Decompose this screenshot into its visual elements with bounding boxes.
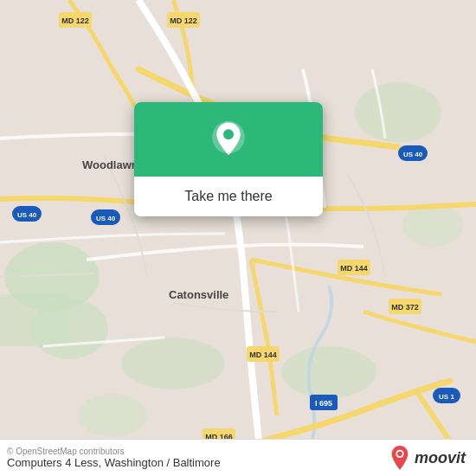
popup-green-header — [134, 102, 323, 177]
svg-text:US 40: US 40 — [403, 151, 423, 158]
svg-text:MD 122: MD 122 — [170, 16, 197, 25]
location-text: Computers 4 Less, Washington / Baltimore — [7, 456, 221, 469]
svg-text:MD 144: MD 144 — [340, 264, 368, 273]
svg-text:US 40: US 40 — [17, 211, 37, 219]
svg-point-5 — [355, 82, 441, 143]
svg-point-7 — [281, 346, 376, 398]
attribution-text: © OpenStreetMap contributors — [7, 447, 221, 456]
svg-text:I 695: I 695 — [315, 399, 332, 408]
svg-text:MD 144: MD 144 — [249, 351, 277, 359]
take-me-there-button[interactable]: Take me there — [134, 177, 323, 216]
popup-card: Take me there — [134, 102, 323, 216]
map-svg: MD 122 MD 122 I 70 US 40 US 40 US 40 MD … — [0, 0, 476, 476]
svg-point-4 — [121, 338, 225, 389]
svg-point-8 — [78, 394, 147, 437]
location-pin-icon — [208, 119, 249, 161]
moovit-logo: moovit — [389, 445, 466, 471]
svg-text:Catonsville: Catonsville — [169, 288, 228, 301]
svg-text:Woodlawn: Woodlawn — [82, 158, 138, 171]
moovit-brand-name: moovit — [415, 449, 466, 467]
svg-text:US 40: US 40 — [96, 215, 116, 222]
svg-point-37 — [223, 129, 234, 139]
bottom-info: © OpenStreetMap contributors Computers 4… — [7, 447, 221, 469]
svg-text:MD 372: MD 372 — [391, 303, 419, 312]
bottom-bar: © OpenStreetMap contributors Computers 4… — [0, 439, 476, 476]
svg-rect-3 — [0, 294, 69, 346]
moovit-pin-icon — [389, 445, 411, 471]
svg-text:US 1: US 1 — [439, 393, 454, 401]
map-container: MD 122 MD 122 I 70 US 40 US 40 US 40 MD … — [0, 0, 476, 476]
svg-text:MD 122: MD 122 — [61, 16, 89, 25]
svg-point-39 — [397, 452, 402, 457]
